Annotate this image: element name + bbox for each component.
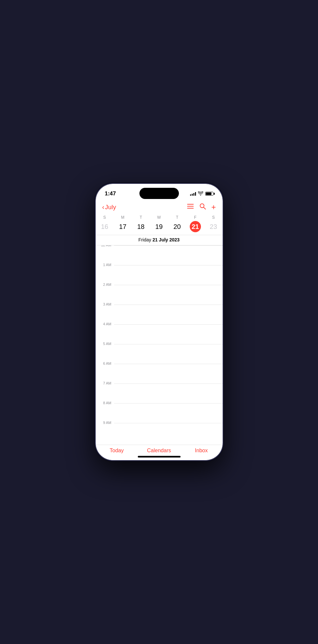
day-number[interactable]: 17 bbox=[117, 221, 128, 232]
time-label: 6 AM bbox=[96, 361, 114, 365]
week-day-col[interactable]: S16 bbox=[96, 214, 114, 235]
day-number[interactable]: 20 bbox=[172, 221, 183, 232]
time-label: 3 AM bbox=[96, 302, 114, 306]
time-label: 9 AM bbox=[96, 421, 114, 425]
time-label: 8 AM bbox=[96, 401, 114, 405]
date-subtitle: Friday 21 July 2023 bbox=[96, 235, 223, 245]
time-label: 7 AM bbox=[96, 381, 114, 385]
time-divider bbox=[114, 423, 223, 423]
status-time: 1:47 bbox=[105, 190, 116, 197]
list-icon[interactable] bbox=[187, 203, 194, 211]
time-label: 4 AM bbox=[96, 322, 114, 326]
back-button[interactable]: ‹ July bbox=[102, 203, 116, 211]
time-row: 1 AM bbox=[96, 265, 223, 285]
home-indicator bbox=[138, 456, 181, 458]
chevron-left-icon: ‹ bbox=[102, 203, 105, 211]
dynamic-island bbox=[139, 188, 179, 199]
tab-item-today[interactable]: Today bbox=[96, 448, 138, 454]
time-divider bbox=[114, 305, 223, 305]
svg-line-4 bbox=[204, 207, 206, 209]
day-number[interactable]: 18 bbox=[135, 221, 146, 232]
time-grid[interactable]: 12 AM1 AM2 AM3 AM4 AM5 AM6 AM7 AM8 AM9 A… bbox=[96, 245, 223, 445]
day-letter: W bbox=[157, 215, 161, 220]
time-label: 2 AM bbox=[96, 283, 114, 286]
day-letter: S bbox=[212, 215, 215, 220]
day-letter: S bbox=[103, 215, 106, 220]
week-header: S16M17T18W19T20F21S23 bbox=[96, 214, 223, 235]
battery-icon bbox=[205, 192, 213, 196]
time-row: 7 AM bbox=[96, 384, 223, 403]
time-row: 5 AM bbox=[96, 344, 223, 364]
time-row: 8 AM bbox=[96, 403, 223, 423]
time-row: 2 AM bbox=[96, 285, 223, 305]
day-letter: T bbox=[176, 215, 178, 220]
time-row: 3 AM bbox=[96, 305, 223, 324]
phone-frame: 1:47 bbox=[95, 183, 223, 461]
nav-actions: + bbox=[187, 203, 216, 211]
add-icon[interactable]: + bbox=[211, 203, 216, 211]
day-number[interactable]: 21 bbox=[190, 221, 201, 232]
day-letter: T bbox=[140, 215, 142, 220]
time-divider bbox=[114, 324, 223, 325]
time-divider bbox=[114, 384, 223, 384]
nav-header: ‹ July + bbox=[96, 200, 223, 214]
time-row: 6 AM bbox=[96, 364, 223, 384]
week-day-col[interactable]: W19 bbox=[150, 214, 168, 235]
time-row: 12 AM bbox=[96, 245, 223, 265]
time-divider bbox=[114, 265, 223, 265]
week-day-col[interactable]: T18 bbox=[132, 214, 150, 235]
full-date-value: 21 July 2023 bbox=[153, 237, 180, 242]
week-day-col[interactable]: S23 bbox=[204, 214, 222, 235]
day-name: Friday bbox=[138, 237, 151, 242]
day-letter: M bbox=[121, 215, 124, 220]
signal-icon bbox=[190, 192, 196, 196]
time-label: 12 AM bbox=[96, 245, 114, 247]
tab-item-inbox[interactable]: Inbox bbox=[180, 448, 223, 454]
week-day-col[interactable]: F21 bbox=[186, 214, 204, 235]
phone-screen: 1:47 bbox=[96, 184, 223, 460]
time-row: 4 AM bbox=[96, 324, 223, 344]
time-divider bbox=[114, 245, 223, 246]
time-row: 9 AM bbox=[96, 423, 223, 443]
time-divider bbox=[114, 364, 223, 364]
time-divider bbox=[114, 344, 223, 344]
tab-item-calendars[interactable]: Calendars bbox=[138, 448, 180, 454]
day-number[interactable]: 19 bbox=[153, 221, 164, 232]
week-day-col[interactable]: M17 bbox=[114, 214, 132, 235]
week-day-col[interactable]: T20 bbox=[168, 214, 186, 235]
day-number[interactable]: 16 bbox=[99, 221, 110, 232]
tab-bar: TodayCalendarsInbox bbox=[96, 445, 223, 460]
day-number[interactable]: 23 bbox=[208, 221, 219, 232]
status-icons bbox=[190, 191, 213, 196]
time-divider bbox=[114, 403, 223, 404]
search-icon[interactable] bbox=[199, 203, 206, 211]
time-label: 1 AM bbox=[96, 263, 114, 267]
time-label: 5 AM bbox=[96, 342, 114, 346]
day-letter: F bbox=[194, 215, 196, 220]
time-divider bbox=[114, 285, 223, 285]
back-label: July bbox=[105, 204, 116, 211]
wifi-icon bbox=[198, 191, 203, 196]
